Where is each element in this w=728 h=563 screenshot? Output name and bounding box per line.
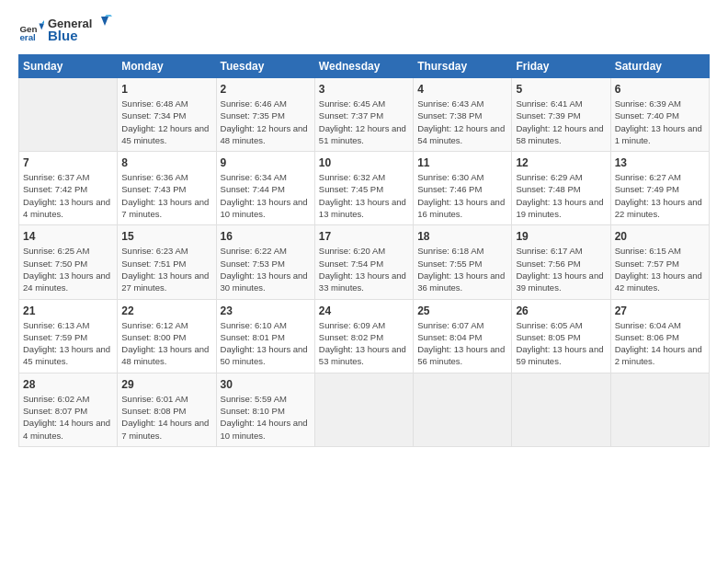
day-detail: Sunrise: 6:13 AMSunset: 7:59 PMDaylight:…	[23, 320, 110, 367]
day-number: 12	[516, 156, 606, 169]
day-detail: Sunrise: 6:39 AMSunset: 7:40 PMDaylight:…	[615, 98, 702, 145]
day-cell: 9Sunrise: 6:34 AMSunset: 7:44 PMDaylight…	[216, 152, 314, 225]
day-cell	[414, 373, 512, 446]
day-detail: Sunrise: 6:18 AMSunset: 7:55 PMDaylight:…	[417, 246, 505, 293]
header: Gen eral General Blue	[18, 15, 710, 47]
day-detail: Sunrise: 6:20 AMSunset: 7:54 PMDaylight:…	[319, 246, 406, 293]
day-cell	[610, 373, 709, 446]
day-cell: 17Sunrise: 6:20 AMSunset: 7:54 PMDayligh…	[314, 225, 413, 299]
day-detail: Sunrise: 6:01 AMSunset: 8:08 PMDaylight:…	[121, 394, 209, 441]
header-day-monday: Monday	[118, 55, 216, 78]
day-number: 1	[121, 83, 211, 96]
day-number: 4	[417, 83, 507, 96]
day-detail: Sunrise: 6:48 AMSunset: 7:34 PMDaylight:…	[121, 98, 209, 145]
day-cell: 13Sunrise: 6:27 AMSunset: 7:49 PMDayligh…	[610, 152, 709, 225]
day-detail: Sunrise: 6:17 AMSunset: 7:56 PMDaylight:…	[516, 246, 603, 293]
day-detail: Sunrise: 6:45 AMSunset: 7:37 PMDaylight:…	[319, 98, 406, 145]
day-cell: 22Sunrise: 6:12 AMSunset: 8:00 PMDayligh…	[118, 299, 216, 373]
day-number: 13	[615, 156, 705, 169]
day-number: 3	[319, 83, 409, 96]
day-number: 18	[417, 230, 507, 243]
day-number: 26	[516, 304, 606, 317]
day-cell: 29Sunrise: 6:01 AMSunset: 8:08 PMDayligh…	[118, 373, 216, 446]
day-number: 11	[417, 156, 507, 169]
day-cell: 27Sunrise: 6:04 AMSunset: 8:06 PMDayligh…	[610, 299, 709, 373]
day-cell: 20Sunrise: 6:15 AMSunset: 7:57 PMDayligh…	[610, 225, 709, 299]
day-number: 28	[23, 378, 113, 391]
day-detail: Sunrise: 6:04 AMSunset: 8:06 PMDaylight:…	[615, 320, 702, 367]
day-cell: 26Sunrise: 6:05 AMSunset: 8:05 PMDayligh…	[512, 299, 610, 373]
day-cell: 14Sunrise: 6:25 AMSunset: 7:50 PMDayligh…	[19, 225, 118, 299]
day-detail: Sunrise: 6:27 AMSunset: 7:49 PMDaylight:…	[615, 172, 702, 219]
day-cell: 23Sunrise: 6:10 AMSunset: 8:01 PMDayligh…	[216, 299, 314, 373]
day-number: 27	[615, 304, 705, 317]
header-day-tuesday: Tuesday	[216, 55, 314, 78]
day-cell: 5Sunrise: 6:41 AMSunset: 7:39 PMDaylight…	[512, 78, 610, 152]
day-detail: Sunrise: 6:22 AMSunset: 7:53 PMDaylight:…	[221, 246, 308, 293]
header-day-friday: Friday	[512, 55, 610, 78]
day-cell: 15Sunrise: 6:23 AMSunset: 7:51 PMDayligh…	[118, 225, 216, 299]
logo-text: General Blue	[48, 15, 112, 47]
day-cell	[512, 373, 610, 446]
day-cell: 12Sunrise: 6:29 AMSunset: 7:48 PMDayligh…	[512, 152, 610, 225]
day-cell: 25Sunrise: 6:07 AMSunset: 8:04 PMDayligh…	[414, 299, 512, 373]
day-cell: 3Sunrise: 6:45 AMSunset: 7:37 PMDaylight…	[314, 78, 413, 152]
week-row-2: 14Sunrise: 6:25 AMSunset: 7:50 PMDayligh…	[19, 225, 710, 299]
day-number: 23	[221, 304, 311, 317]
svg-text:eral: eral	[19, 31, 36, 41]
day-number: 7	[23, 156, 113, 169]
svg-text:Blue: Blue	[48, 28, 78, 43]
calendar-page: Gen eral General Blue SundayMondayTuesd	[0, 0, 728, 563]
day-cell	[19, 78, 118, 152]
day-cell: 18Sunrise: 6:18 AMSunset: 7:55 PMDayligh…	[414, 225, 512, 299]
logo-icon: Gen eral	[18, 18, 44, 44]
day-number: 25	[417, 304, 507, 317]
day-number: 24	[319, 304, 409, 317]
day-number: 20	[615, 230, 705, 243]
day-number: 14	[23, 230, 113, 243]
day-detail: Sunrise: 6:10 AMSunset: 8:01 PMDaylight:…	[221, 320, 308, 367]
day-detail: Sunrise: 6:43 AMSunset: 7:38 PMDaylight:…	[417, 98, 505, 145]
calendar-table: SundayMondayTuesdayWednesdayThursdayFrid…	[18, 54, 710, 447]
day-cell: 4Sunrise: 6:43 AMSunset: 7:38 PMDaylight…	[414, 78, 512, 152]
day-number: 19	[516, 230, 606, 243]
day-detail: Sunrise: 6:09 AMSunset: 8:02 PMDaylight:…	[319, 320, 406, 367]
day-number: 17	[319, 230, 409, 243]
day-detail: Sunrise: 6:30 AMSunset: 7:46 PMDaylight:…	[417, 172, 505, 219]
day-cell: 24Sunrise: 6:09 AMSunset: 8:02 PMDayligh…	[314, 299, 413, 373]
day-cell: 2Sunrise: 6:46 AMSunset: 7:35 PMDaylight…	[216, 78, 314, 152]
day-detail: Sunrise: 6:23 AMSunset: 7:51 PMDaylight:…	[121, 246, 209, 293]
day-number: 21	[23, 304, 113, 317]
svg-marker-3	[41, 20, 44, 24]
day-detail: Sunrise: 6:36 AMSunset: 7:43 PMDaylight:…	[121, 172, 209, 219]
day-detail: Sunrise: 5:59 AMSunset: 8:10 PMDaylight:…	[221, 394, 308, 441]
week-row-0: 1Sunrise: 6:48 AMSunset: 7:34 PMDaylight…	[19, 78, 710, 152]
day-detail: Sunrise: 6:15 AMSunset: 7:57 PMDaylight:…	[615, 246, 702, 293]
day-detail: Sunrise: 6:41 AMSunset: 7:39 PMDaylight:…	[516, 98, 603, 145]
day-number: 29	[121, 378, 211, 391]
day-cell: 16Sunrise: 6:22 AMSunset: 7:53 PMDayligh…	[216, 225, 314, 299]
day-number: 15	[121, 230, 211, 243]
logo: Gen eral General Blue	[18, 15, 112, 47]
header-row: SundayMondayTuesdayWednesdayThursdayFrid…	[19, 55, 710, 78]
day-cell: 10Sunrise: 6:32 AMSunset: 7:45 PMDayligh…	[314, 152, 413, 225]
day-detail: Sunrise: 6:46 AMSunset: 7:35 PMDaylight:…	[221, 98, 308, 145]
day-cell: 11Sunrise: 6:30 AMSunset: 7:46 PMDayligh…	[414, 152, 512, 225]
day-cell: 21Sunrise: 6:13 AMSunset: 7:59 PMDayligh…	[19, 299, 118, 373]
day-number: 10	[319, 156, 409, 169]
header-day-wednesday: Wednesday	[314, 55, 413, 78]
week-row-4: 28Sunrise: 6:02 AMSunset: 8:07 PMDayligh…	[19, 373, 710, 446]
day-number: 5	[516, 83, 606, 96]
day-cell	[314, 373, 413, 446]
day-number: 9	[221, 156, 311, 169]
header-day-sunday: Sunday	[19, 55, 118, 78]
week-row-3: 21Sunrise: 6:13 AMSunset: 7:59 PMDayligh…	[19, 299, 710, 373]
svg-marker-6	[101, 17, 108, 26]
day-number: 6	[615, 83, 705, 96]
day-cell: 6Sunrise: 6:39 AMSunset: 7:40 PMDaylight…	[610, 78, 709, 152]
day-detail: Sunrise: 6:29 AMSunset: 7:48 PMDaylight:…	[516, 172, 603, 219]
calendar-body: 1Sunrise: 6:48 AMSunset: 7:34 PMDaylight…	[19, 78, 710, 447]
svg-marker-2	[39, 23, 44, 29]
day-number: 8	[121, 156, 211, 169]
day-cell: 19Sunrise: 6:17 AMSunset: 7:56 PMDayligh…	[512, 225, 610, 299]
